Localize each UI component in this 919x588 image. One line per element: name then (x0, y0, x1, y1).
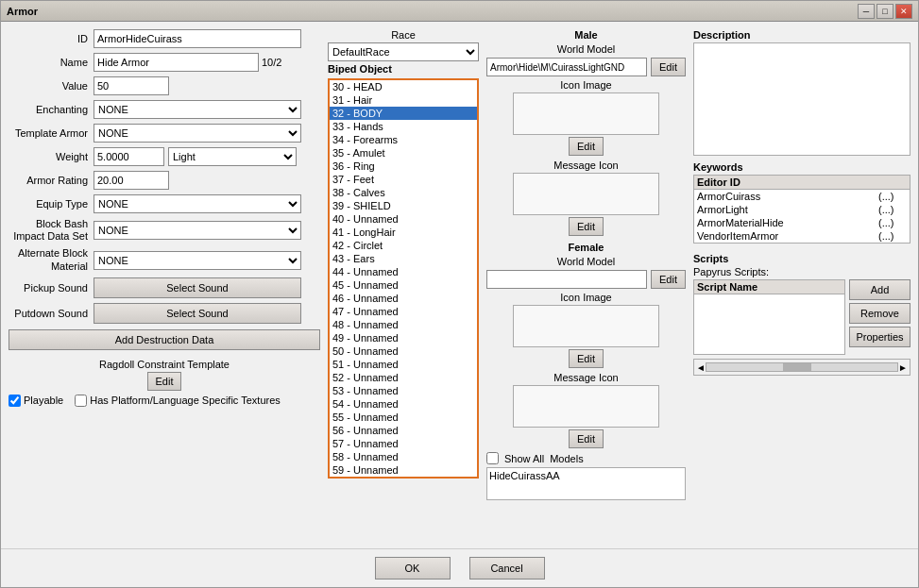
scroll-left-arrow[interactable]: ◄ (696, 362, 706, 373)
biped-list-item[interactable]: 37 - Feet (330, 173, 477, 186)
block-bash-label: Block Bash Impact Data Set (9, 218, 94, 243)
window-title: Armor (7, 6, 38, 17)
template-row: Template Armor NONE (9, 124, 320, 143)
female-message-box (513, 385, 659, 428)
template-select[interactable]: NONE (94, 124, 301, 143)
ragdoll-label: Ragdoll Constraint Template (9, 359, 320, 370)
female-icon-edit-button[interactable]: Edit (569, 349, 604, 368)
scroll-right-arrow[interactable]: ► (898, 362, 908, 373)
keyword-row[interactable]: ArmorLight(...) (694, 203, 910, 216)
male-icon-section: Icon Image Edit (486, 79, 686, 156)
scrollbar-track (706, 362, 898, 372)
biped-list-item[interactable]: 58 - Unnamed (330, 450, 477, 463)
scripts-remove-button[interactable]: Remove (849, 303, 910, 324)
playable-checkbox[interactable] (9, 395, 21, 407)
female-model-edit-button[interactable]: Edit (651, 270, 686, 289)
male-model-input[interactable] (486, 58, 647, 76)
biped-list-item[interactable]: 38 - Calves (330, 186, 477, 199)
biped-list-item[interactable]: 52 - Unnamed (330, 371, 477, 384)
male-icon-edit-button[interactable]: Edit (569, 137, 604, 156)
far-right-panel: Description Keywords Editor ID ArmorCuir… (693, 29, 910, 541)
biped-list-item[interactable]: 56 - Unnamed (330, 424, 477, 437)
biped-list-item[interactable]: 33 - Hands (330, 120, 477, 133)
alt-block-select[interactable]: NONE (94, 251, 301, 270)
biped-list-item[interactable]: 31 - Hair (330, 93, 477, 107)
biped-list-item[interactable]: 50 - Unnamed (330, 344, 477, 358)
male-message-box (513, 173, 659, 215)
biped-list-item[interactable]: 34 - Forearms (330, 133, 477, 146)
biped-list-item[interactable]: 32 - BODY (330, 107, 477, 120)
scripts-add-button[interactable]: Add (849, 279, 910, 300)
biped-list-item[interactable]: 57 - Unnamed (330, 437, 477, 450)
block-bash-select[interactable]: NONE (94, 221, 301, 240)
pickup-sound-row: Pickup Sound Select Sound (9, 277, 320, 298)
biped-list-item[interactable]: 51 - Unnamed (330, 358, 477, 371)
biped-list-item[interactable]: 46 - Unnamed (330, 292, 477, 305)
cancel-button[interactable]: Cancel (469, 557, 545, 580)
keyword-val: (...) (878, 191, 907, 202)
close-button[interactable]: ✕ (895, 4, 912, 19)
biped-list-item[interactable]: 42 - Circlet (330, 239, 477, 252)
biped-list-item[interactable]: 59 - Unnamed (330, 463, 477, 477)
biped-list-item[interactable]: 43 - Ears (330, 252, 477, 265)
keyword-editor-id: VendorItemArmor (697, 230, 878, 242)
enchanting-select[interactable]: NONE (94, 100, 301, 119)
biped-list-item[interactable]: 36 - Ring (330, 160, 477, 173)
content-area: ID Name 10/2 Value Enchanting NONE Templ… (1, 22, 918, 548)
bottom-bar: OK Cancel (1, 548, 918, 587)
value-input[interactable] (94, 76, 169, 95)
maximize-button[interactable]: □ (876, 4, 893, 19)
keyword-row[interactable]: ArmorMaterialHide(...) (694, 216, 910, 229)
right-panels: Male World Model Edit Icon Image Edit Me… (486, 29, 910, 541)
keyword-row[interactable]: VendorItemArmor(...) (694, 229, 910, 243)
male-icon-label: Icon Image (486, 79, 686, 91)
biped-list-item[interactable]: 41 - LongHair (330, 226, 477, 239)
female-model-row: Edit (486, 270, 686, 289)
biped-list-item[interactable]: 39 - SHIELD (330, 199, 477, 212)
ok-button[interactable]: OK (375, 557, 451, 580)
platform-checkbox[interactable] (75, 395, 87, 407)
biped-list-item[interactable]: 48 - Unnamed (330, 318, 477, 331)
biped-list-item[interactable]: 45 - Unnamed (330, 278, 477, 292)
minimize-button[interactable]: ─ (858, 4, 875, 19)
pickup-sound-button[interactable]: Select Sound (94, 277, 301, 298)
male-model-edit-button[interactable]: Edit (651, 58, 686, 76)
show-all-checkbox[interactable] (486, 452, 499, 464)
biped-list-item[interactable]: 40 - Unnamed (330, 212, 477, 226)
putdown-sound-button[interactable]: Select Sound (94, 303, 301, 324)
armor-rating-input[interactable] (94, 171, 169, 190)
equip-type-select[interactable]: NONE (94, 194, 301, 213)
race-select-row: DefaultRace (328, 42, 479, 61)
biped-list-item[interactable]: 47 - Unnamed (330, 305, 477, 318)
equip-type-label: Equip Type (9, 198, 94, 210)
putdown-sound-row: Putdown Sound Select Sound (9, 303, 320, 324)
id-input[interactable] (94, 29, 301, 48)
biped-list-item[interactable]: 30 - HEAD (330, 80, 477, 93)
name-input[interactable] (94, 53, 259, 72)
weight-controls: Light (94, 147, 297, 166)
biped-list-item[interactable]: 55 - Unnamed (330, 411, 477, 424)
keywords-rows: ArmorCuirass(...)ArmorLight(...)ArmorMat… (694, 190, 910, 243)
add-destruction-button[interactable]: Add Destruction Data (9, 329, 320, 350)
scripts-properties-button[interactable]: Properties (849, 327, 910, 347)
female-model-input[interactable] (486, 270, 647, 289)
biped-list-item[interactable]: 35 - Amulet (330, 146, 477, 160)
description-box[interactable] (693, 42, 910, 156)
weight-input[interactable] (94, 147, 164, 166)
middle-panel: Race DefaultRace Biped Object 30 - HEAD3… (328, 29, 479, 541)
ragdoll-edit-button[interactable]: Edit (147, 372, 182, 391)
biped-list-item[interactable]: 49 - Unnamed (330, 331, 477, 344)
weight-type-select[interactable]: Light (168, 147, 297, 166)
male-message-edit-button[interactable]: Edit (569, 217, 604, 236)
biped-list-item[interactable]: 53 - Unnamed (330, 384, 477, 397)
keyword-row[interactable]: ArmorCuirass(...) (694, 190, 910, 203)
alt-block-label: Alternate Block Material (9, 247, 94, 272)
armor-window: Armor ─ □ ✕ ID Name 10/2 Value Encha (0, 0, 919, 588)
scripts-label: Scripts (693, 253, 910, 264)
keyword-val: (...) (878, 204, 907, 215)
female-message-edit-button[interactable]: Edit (569, 429, 604, 448)
biped-list-item[interactable]: 54 - Unnamed (330, 397, 477, 411)
race-select[interactable]: DefaultRace (328, 42, 479, 61)
biped-list-item[interactable]: 44 - Unnamed (330, 265, 477, 278)
papyrus-label: Papyrus Scripts: (693, 266, 910, 277)
